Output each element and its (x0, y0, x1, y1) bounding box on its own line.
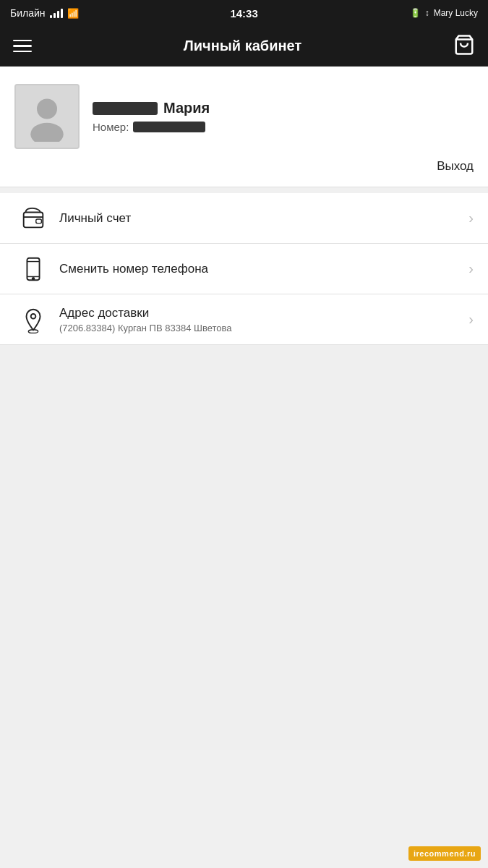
location-icon (14, 306, 52, 333)
menu-item-text-change-phone: Сменить номер телефона (52, 262, 468, 276)
menu-item-change-phone[interactable]: Сменить номер телефона › (0, 244, 488, 294)
status-time: 14:33 (230, 7, 257, 20)
status-bar: Билайн 📶 14:33 🔋 ↕ Mary Lucky (0, 0, 488, 26)
main-content-area (0, 345, 488, 750)
chevron-right-icon-3: › (468, 311, 474, 328)
profile-phone-label: Номер: (93, 121, 129, 133)
nav-bar: Личный кабинет (0, 26, 488, 67)
avatar-image (22, 91, 72, 142)
logout-button[interactable]: Выход (437, 159, 474, 174)
battery-icon: 🔋 (410, 8, 421, 18)
purse-icon (14, 205, 52, 232)
status-right: 🔋 ↕ Mary Lucky (410, 8, 478, 18)
menu-item-personal-account[interactable]: Личный счет › (0, 193, 488, 244)
menu-item-subtitle-delivery-address: (7206.83384) Курган ПВ 83384 Шветова (59, 323, 468, 333)
profile-row: Мария Номер: (14, 84, 474, 149)
sync-icon: ↕ (425, 8, 429, 18)
profile-section: Мария Номер: Выход (0, 67, 488, 187)
menu-list: Личный счет › Сменить номер телефона › (0, 193, 488, 345)
profile-name-row: Мария (93, 100, 474, 116)
profile-info: Мария Номер: (93, 100, 474, 133)
carrier-label: Билайн (10, 7, 46, 19)
profile-phone-row: Номер: (93, 121, 474, 133)
menu-item-text-delivery-address: Адрес доставки (7206.83384) Курган ПВ 83… (52, 306, 468, 333)
page-title: Личный кабинет (184, 38, 301, 54)
svg-point-9 (28, 329, 38, 333)
avatar (14, 84, 80, 149)
svg-point-2 (30, 123, 64, 142)
chevron-right-icon: › (468, 210, 474, 226)
cart-button[interactable] (453, 34, 475, 59)
svg-point-8 (31, 313, 36, 318)
profile-phone-redacted (133, 122, 205, 132)
svg-point-1 (37, 99, 57, 119)
cart-icon (453, 34, 475, 56)
menu-item-delivery-address[interactable]: Адрес доставки (7206.83384) Курган ПВ 83… (0, 294, 488, 345)
profile-name-redacted (93, 102, 158, 115)
menu-item-title-delivery-address: Адрес доставки (59, 306, 468, 320)
menu-item-title-personal-account: Личный счет (59, 211, 468, 226)
chevron-right-icon-2: › (468, 260, 474, 277)
hamburger-menu-button[interactable] (13, 40, 32, 53)
profile-name: Мария (163, 100, 210, 116)
signal-icon (50, 8, 63, 18)
svg-point-7 (33, 277, 35, 279)
user-label: Mary Lucky (434, 8, 478, 18)
logout-row: Выход (14, 159, 474, 174)
wifi-icon: 📶 (67, 8, 79, 19)
svg-rect-3 (36, 218, 42, 223)
menu-item-text-personal-account: Личный счет (52, 211, 468, 226)
phone-icon (14, 255, 52, 283)
watermark: irecommend.ru (408, 846, 481, 861)
menu-item-title-change-phone: Сменить номер телефона (59, 262, 468, 276)
status-left: Билайн 📶 (10, 7, 79, 19)
